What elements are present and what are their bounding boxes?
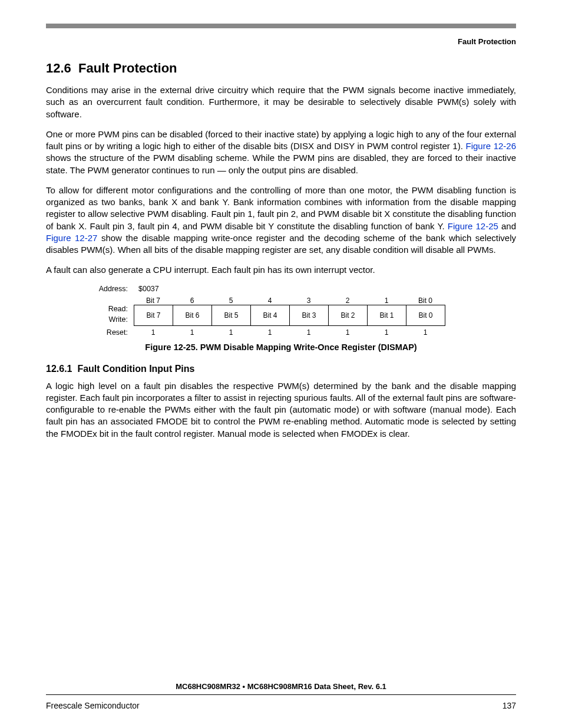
subsection-number: 12.6.1 — [46, 364, 72, 374]
address-label: Address: — [75, 285, 134, 293]
p3-text-mid: and — [498, 221, 516, 231]
paragraph-3: To allow for different motor configurati… — [46, 185, 516, 256]
bit-cell: Bit 2 — [329, 305, 368, 325]
reset-value: 1 — [134, 328, 173, 337]
figure-link-12-26[interactable]: Figure 12-26 — [466, 141, 517, 151]
footer-page-number: 137 — [503, 701, 516, 710]
reset-value: 1 — [211, 328, 250, 337]
bit-header: 6 — [173, 297, 211, 305]
bit-cell: Bit 0 — [406, 305, 445, 325]
reset-value: 1 — [367, 328, 406, 337]
header-section-label: Fault Protection — [46, 37, 516, 46]
reset-value: 1 — [406, 328, 445, 337]
bit-cell: Bit 1 — [368, 305, 406, 325]
paragraph-1: Conditions may arise in the external dri… — [46, 84, 516, 120]
p3-text-a: To allow for different motor configurati… — [46, 185, 516, 231]
p3-text-b: show the disable mapping write-once regi… — [46, 233, 516, 255]
figure-link-12-27[interactable]: Figure 12-27 — [46, 233, 97, 243]
bit-header: 2 — [328, 297, 367, 305]
reset-value: 1 — [289, 328, 328, 337]
bit-cell: Bit 4 — [251, 305, 290, 325]
section-heading: 12.6 Fault Protection — [46, 61, 516, 76]
section-number: 12.6 — [46, 61, 71, 75]
bit-header: Bit 7 — [134, 297, 173, 305]
subsection-heading: 12.6.1 Fault Condition Input Pins — [46, 364, 516, 374]
footer-doc-title: MC68HC908MR32 • MC68HC908MR16 Data Sheet… — [46, 682, 516, 695]
footer-company: Freescale Semiconductor — [46, 701, 140, 710]
figure-link-12-25[interactable]: Figure 12-25 — [448, 221, 498, 231]
section-title-text: Fault Protection — [78, 61, 177, 75]
header-divider — [46, 24, 516, 28]
bit-header: 4 — [250, 297, 289, 305]
bit-header: 5 — [211, 297, 250, 305]
read-label: Read: — [75, 305, 128, 315]
p2-text-a: One or more PWM pins can be disabled (fo… — [46, 129, 516, 151]
subsection-title-text: Fault Condition Input Pins — [77, 364, 194, 374]
reset-value: 1 — [250, 328, 289, 337]
bit-cell: Bit 6 — [173, 305, 212, 325]
subsection-paragraph-1: A logic high level on a fault pin disabl… — [46, 380, 516, 440]
reset-value: 1 — [328, 328, 367, 337]
bit-header: Bit 0 — [406, 297, 445, 305]
address-value: $0037 — [138, 285, 159, 293]
reset-label: Reset: — [75, 328, 134, 337]
bit-cell: Bit 5 — [212, 305, 251, 325]
register-figure: Address: $0037 Bit 7 6 5 4 3 2 1 Bit 0 R… — [75, 285, 487, 352]
bit-cell: Bit 3 — [290, 305, 329, 325]
bit-cell: Bit 7 — [134, 305, 173, 325]
figure-caption: Figure 12-25. PWM Disable Mapping Write-… — [75, 342, 487, 352]
p2-text-b: shows the structure of the PWM disabling… — [46, 153, 516, 174]
paragraph-2: One or more PWM pins can be disabled (fo… — [46, 129, 516, 176]
bit-header: 1 — [367, 297, 406, 305]
write-label: Write: — [75, 315, 128, 325]
page-footer: MC68HC908MR32 • MC68HC908MR16 Data Sheet… — [46, 682, 516, 710]
bit-header: 3 — [289, 297, 328, 305]
paragraph-4: A fault can also generate a CPU interrup… — [46, 264, 516, 276]
reset-value: 1 — [173, 328, 211, 337]
